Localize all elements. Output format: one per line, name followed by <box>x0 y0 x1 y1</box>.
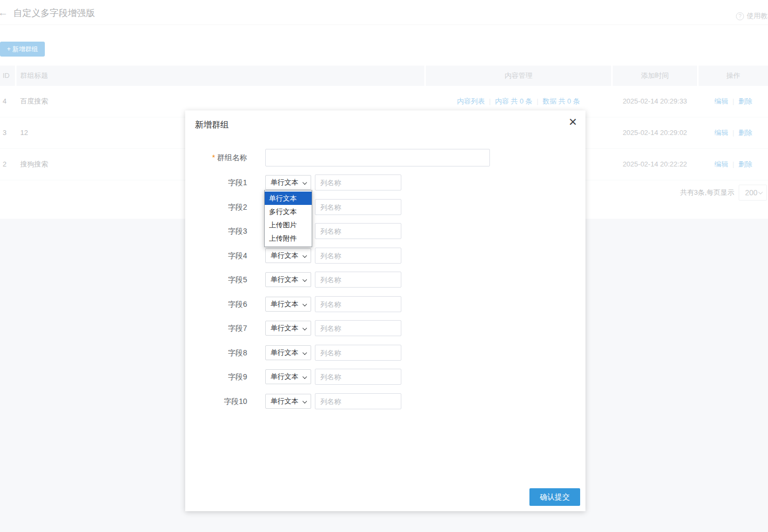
chevron-down-icon <box>303 399 307 403</box>
page-root: ← 自定义多字段增强版 ? 使用教程 + 新增群组 ID 群组标题 内容管理 添… <box>0 0 768 532</box>
field-row: 字段3 单行文本 <box>185 223 585 239</box>
chevron-down-icon <box>303 326 307 330</box>
field-label: 字段7 <box>185 320 247 336</box>
field-row: 字段6 单行文本 <box>185 296 585 312</box>
group-name-label: *群组名称 <box>185 149 247 166</box>
column-name-input[interactable] <box>315 272 401 288</box>
column-name-input[interactable] <box>315 223 401 239</box>
field-label: 字段3 <box>185 223 247 239</box>
field-type-select[interactable]: 单行文本 <box>265 321 311 336</box>
column-name-input[interactable] <box>315 369 401 385</box>
group-name-input[interactable] <box>265 149 490 166</box>
chevron-down-icon <box>303 375 307 379</box>
column-name-input[interactable] <box>315 174 401 190</box>
field-type-dropdown: 单行文本 多行文本 上传图片 上传附件 <box>264 190 312 247</box>
dropdown-option[interactable]: 上传附件 <box>265 232 312 245</box>
field-type-select[interactable]: 单行文本 <box>265 369 311 384</box>
field-type-select[interactable]: 单行文本 <box>265 394 311 409</box>
column-name-input[interactable] <box>315 320 401 336</box>
field-row: 字段4 单行文本 <box>185 248 585 264</box>
close-icon[interactable]: × <box>569 114 577 130</box>
field-label: 字段2 <box>185 199 247 215</box>
confirm-submit-button[interactable]: 确认提交 <box>529 488 580 506</box>
field-row: 字段5 单行文本 <box>185 272 585 288</box>
field-row: 字段10 单行文本 <box>185 393 585 409</box>
dropdown-option[interactable]: 上传图片 <box>265 218 312 232</box>
modal-title: 新增群组 <box>195 120 229 131</box>
dropdown-option[interactable]: 多行文本 <box>265 205 312 218</box>
field-row: 字段9 单行文本 <box>185 369 585 385</box>
chevron-down-icon <box>303 302 307 306</box>
column-name-input[interactable] <box>315 199 401 215</box>
column-name-input[interactable] <box>315 296 401 312</box>
required-mark: * <box>212 153 215 162</box>
field-type-select[interactable]: 单行文本 <box>265 345 311 360</box>
column-name-input[interactable] <box>315 248 401 264</box>
field-row: 字段1 单行文本 <box>185 174 585 190</box>
field-row: 字段7 单行文本 <box>185 320 585 336</box>
column-name-input[interactable] <box>315 345 401 361</box>
field-label: 字段6 <box>185 296 247 312</box>
field-label: 字段1 <box>185 174 247 190</box>
dropdown-option[interactable]: 单行文本 <box>265 192 312 205</box>
field-label: 字段5 <box>185 272 247 288</box>
field-row: 字段8 单行文本 <box>185 345 585 361</box>
field-label: 字段4 <box>185 248 247 264</box>
field-row: 字段2 单行文本 <box>185 199 585 215</box>
field-type-select[interactable]: 单行文本 <box>265 297 311 312</box>
field-label: 字段9 <box>185 369 247 385</box>
field-label: 字段10 <box>185 393 247 409</box>
chevron-down-icon <box>303 253 307 258</box>
chevron-down-icon <box>303 180 307 185</box>
field-type-select[interactable]: 单行文本 <box>265 175 311 190</box>
field-type-select[interactable]: 单行文本 <box>265 272 311 287</box>
add-group-modal: 新增群组 × *群组名称 字段1 单行文本 字段2 单行文本 字段3 单行文本 … <box>185 110 585 511</box>
column-name-input[interactable] <box>315 393 401 409</box>
chevron-down-icon <box>303 277 307 282</box>
chevron-down-icon <box>303 351 307 355</box>
field-label: 字段8 <box>185 345 247 361</box>
field-type-select[interactable]: 单行文本 <box>265 248 311 263</box>
